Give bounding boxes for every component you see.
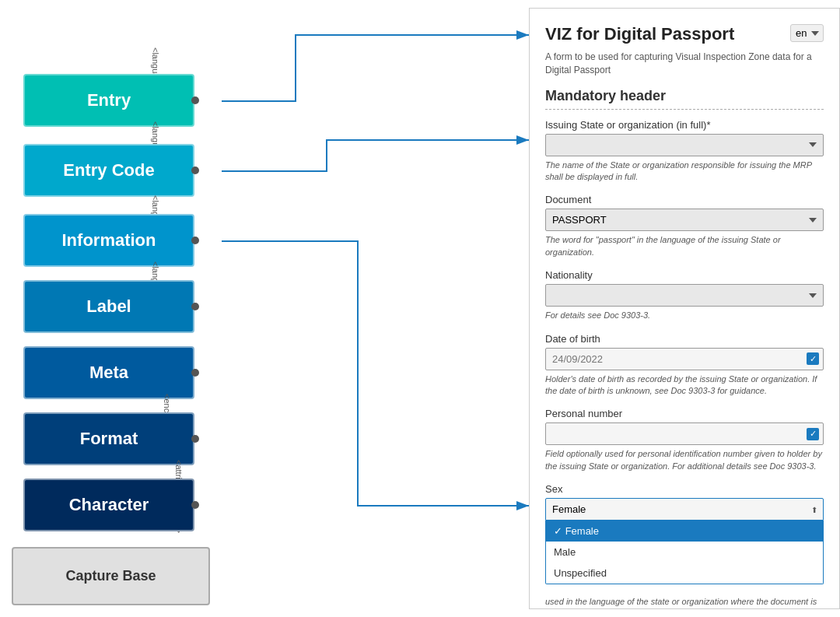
document-select[interactable]: PASSPORT xyxy=(545,209,824,231)
entry-label: Entry xyxy=(87,90,131,110)
sex-option-female[interactable]: Female xyxy=(546,521,823,542)
entry-code-connector-dot xyxy=(191,167,199,174)
dob-label: Date of birth xyxy=(545,333,824,345)
meta-label: Meta xyxy=(89,363,128,383)
personal-number-input[interactable] xyxy=(545,422,824,445)
sex-dropdown-list: Female Male Unspecified xyxy=(545,521,824,584)
capture-base: Capture Base xyxy=(12,547,210,605)
format-connector-dot xyxy=(191,435,199,443)
nationality-label: Nationality xyxy=(545,269,824,281)
form-subtitle: A form to be used for capturing Visual I… xyxy=(545,51,824,77)
entry-code-label: Entry Code xyxy=(63,160,154,181)
sex-option-male[interactable]: Male xyxy=(546,542,823,563)
dob-input-wrapper xyxy=(545,348,824,370)
date-of-birth-field: Date of birth Holder's date of birth as … xyxy=(545,333,824,398)
nationality-select[interactable] xyxy=(545,284,824,307)
entry-connector-dot xyxy=(191,96,199,104)
document-field: Document PASSPORT The word for "passport… xyxy=(545,194,824,258)
sex-field: Sex Female Male Unspecified Female Male … xyxy=(545,483,824,584)
form-header: VIZ for Digital Passport en fr es xyxy=(545,24,824,44)
character-label: Character xyxy=(69,495,149,515)
capture-base-label: Capture Base xyxy=(65,568,156,584)
label-label: Label xyxy=(86,296,131,317)
personal-number-note: Field optionally used for personal ident… xyxy=(545,448,824,472)
issuing-state-label: Issuing State or organization (in full)* xyxy=(545,119,824,131)
layer-stack-section: <language> Entry <language> Entry Code <… xyxy=(0,0,264,617)
label-connector-dot xyxy=(191,303,199,310)
dob-note: Holder's date of birth as recorded by th… xyxy=(545,373,824,398)
personal-number-check-icon xyxy=(807,428,819,440)
format-label: Format xyxy=(80,429,138,449)
format-layer[interactable]: Format xyxy=(23,412,194,465)
meta-connector-dot xyxy=(191,369,199,377)
dob-check-icon xyxy=(807,352,819,365)
entry-code-layer[interactable]: Entry Code xyxy=(23,144,194,197)
meta-layer[interactable]: Meta xyxy=(23,346,194,399)
document-note: The word for "passport" in the language … xyxy=(545,234,824,258)
sex-select[interactable]: Female Male Unspecified xyxy=(545,498,824,521)
bottom-note: used in the language of the state or org… xyxy=(545,595,824,609)
character-layer[interactable]: Character xyxy=(23,479,194,531)
sex-select-wrapper: Female Male Unspecified xyxy=(545,498,824,521)
issuing-state-field: Issuing State or organization (in full)*… xyxy=(545,119,824,184)
label-layer[interactable]: Label xyxy=(23,280,194,333)
information-layer[interactable]: Information xyxy=(23,214,194,267)
nationality-field: Nationality For details see Doc 9303-3. xyxy=(545,269,824,321)
mandatory-header-title: Mandatory header xyxy=(545,88,824,110)
document-label: Document xyxy=(545,194,824,205)
nationality-note: For details see Doc 9303-3. xyxy=(545,310,824,321)
issuing-state-select[interactable] xyxy=(545,134,824,156)
personal-number-label: Personal number xyxy=(545,408,824,419)
character-connector-dot xyxy=(191,501,199,509)
entry-layer[interactable]: Entry xyxy=(23,74,194,127)
sex-option-unspecified[interactable]: Unspecified xyxy=(546,563,823,584)
form-panel: VIZ for Digital Passport en fr es A form… xyxy=(529,8,840,609)
information-label: Information xyxy=(62,230,156,251)
personal-number-input-wrapper xyxy=(545,422,824,445)
information-connector-dot xyxy=(191,237,199,244)
sex-label: Sex xyxy=(545,483,824,495)
dob-input[interactable] xyxy=(545,348,824,370)
form-title: VIZ for Digital Passport xyxy=(545,24,734,44)
language-select[interactable]: en fr es xyxy=(790,24,824,42)
issuing-state-note: The name of the State or organization re… xyxy=(545,160,824,184)
personal-number-field: Personal number Field optionally used fo… xyxy=(545,408,824,472)
